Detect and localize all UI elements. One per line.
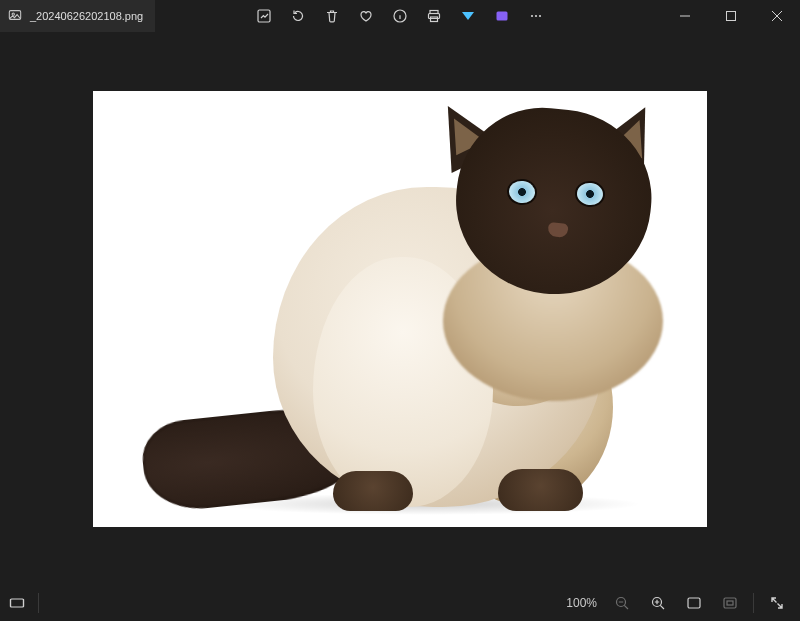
image-viewport[interactable] [0, 32, 800, 585]
maximize-button[interactable] [708, 0, 754, 32]
separator [38, 593, 39, 613]
svg-rect-7 [497, 12, 508, 21]
rotate-button[interactable] [283, 1, 313, 31]
cat-illustration [143, 101, 683, 521]
svg-point-1 [12, 13, 14, 15]
clipchamp-button[interactable] [487, 1, 517, 31]
title-bar: _20240626202108.png [0, 0, 800, 32]
separator [753, 593, 754, 613]
zoom-fit-button[interactable] [677, 586, 711, 620]
photos-app-icon [8, 8, 22, 24]
more-button[interactable] [521, 1, 551, 31]
displayed-image [93, 91, 707, 527]
filmstrip-button[interactable] [0, 586, 34, 620]
fullscreen-button[interactable] [760, 586, 794, 620]
window-controls [662, 0, 800, 32]
svg-rect-16 [724, 598, 736, 608]
edit-image-button[interactable] [249, 1, 279, 31]
svg-rect-11 [727, 12, 736, 21]
zoom-in-button[interactable] [641, 586, 675, 620]
status-bar: 100% [0, 585, 800, 621]
svg-rect-15 [688, 598, 700, 608]
svg-rect-6 [431, 17, 438, 22]
file-tab[interactable]: _20240626202108.png [0, 0, 155, 32]
status-left [0, 585, 43, 621]
status-right: 100% [560, 586, 800, 620]
titlebar-left: _20240626202108.png [0, 0, 155, 32]
info-button[interactable] [385, 1, 415, 31]
svg-point-8 [531, 15, 533, 17]
close-button[interactable] [754, 0, 800, 32]
svg-point-9 [535, 15, 537, 17]
svg-rect-12 [11, 599, 24, 607]
file-name-label: _20240626202108.png [30, 10, 143, 22]
actual-size-button[interactable] [713, 586, 747, 620]
delete-button[interactable] [317, 1, 347, 31]
visual-search-button[interactable] [453, 1, 483, 31]
print-button[interactable] [419, 1, 449, 31]
favorite-button[interactable] [351, 1, 381, 31]
toolbar [249, 1, 551, 31]
svg-rect-17 [727, 601, 733, 605]
zoom-level-label: 100% [560, 596, 603, 610]
svg-point-10 [539, 15, 541, 17]
minimize-button[interactable] [662, 0, 708, 32]
zoom-out-button[interactable] [605, 586, 639, 620]
svg-rect-0 [9, 11, 20, 20]
